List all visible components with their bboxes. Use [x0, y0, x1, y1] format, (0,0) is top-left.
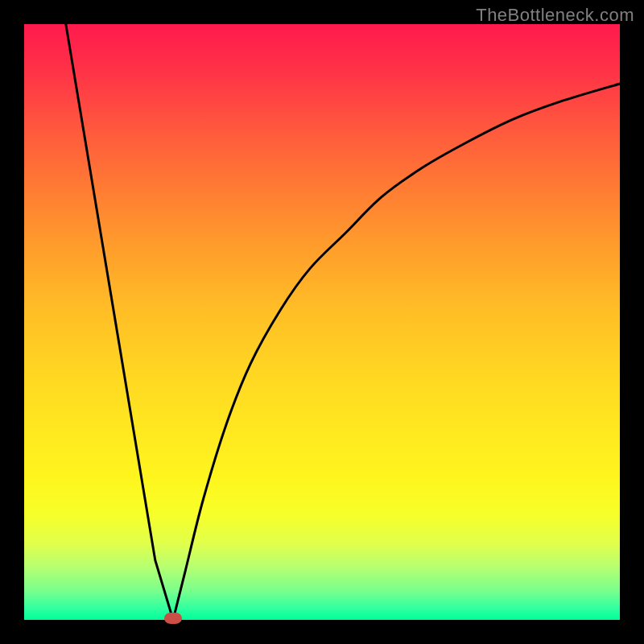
watermark-text: TheBottleneck.com	[476, 5, 634, 26]
chart-frame: TheBottleneck.com	[0, 0, 644, 644]
curve-left-branch	[66, 24, 173, 620]
bottleneck-curve	[24, 24, 620, 620]
plot-area	[24, 24, 620, 620]
curve-right-branch	[173, 84, 620, 620]
optimal-point-marker	[164, 613, 182, 624]
